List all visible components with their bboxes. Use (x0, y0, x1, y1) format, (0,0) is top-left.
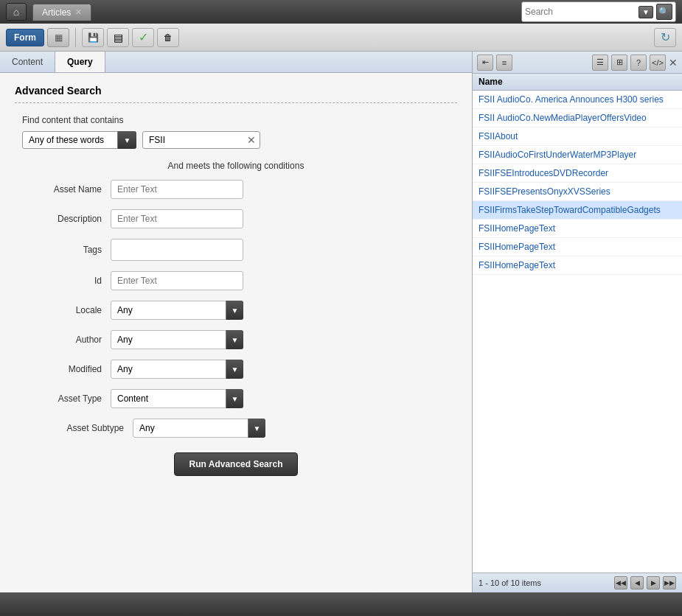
author-label: Author (15, 335, 111, 345)
locale-label: Locale (15, 305, 111, 315)
advanced-search-title: Advanced Search (15, 85, 457, 97)
left-panel: Content Query Advanced Search Find conte… (0, 52, 472, 592)
id-row: Id (15, 271, 457, 290)
tab-query[interactable]: Query (55, 52, 105, 72)
asset-subtype-select-wrap: Any ▼ (133, 419, 265, 438)
articles-tab[interactable]: Articles ✕ (32, 4, 91, 21)
description-row: Description (15, 209, 457, 228)
results-close-button[interactable]: ✕ (669, 57, 678, 69)
tab-content[interactable]: Content (0, 52, 55, 72)
tab-close-icon[interactable]: ✕ (75, 7, 82, 17)
run-button-row: Run Advanced Search (15, 452, 457, 476)
tags-row: Tags (15, 239, 457, 261)
asset-subtype-row: Asset Subtype Any ▼ (15, 419, 457, 438)
result-item[interactable]: FSII AudioCo. America Announces H300 ser… (473, 91, 682, 109)
form-button[interactable]: Form (6, 29, 44, 46)
refresh-icon: ↻ (661, 30, 670, 44)
search-criteria-row: Any of these wordsAll of these wordsNone… (22, 131, 457, 149)
tab-label: Articles (42, 7, 71, 18)
tags-label: Tags (15, 245, 111, 255)
search-bar: ▼ 🔍 (521, 1, 676, 22)
results-list: FSII AudioCo. America Announces H300 ser… (473, 91, 682, 573)
word-type-select-wrap: Any of these wordsAll of these wordsNone… (22, 131, 136, 149)
browse-icon: ▤ (114, 32, 123, 43)
browse-button[interactable]: ▤ (107, 28, 129, 47)
author-row: Author Any ▼ (15, 330, 457, 349)
modified-select[interactable]: Any (111, 360, 243, 379)
asset-type-row: Asset Type Content ▼ (15, 389, 457, 408)
modified-select-wrap: Any ▼ (111, 360, 243, 379)
list-view-icon[interactable]: ☰ (592, 55, 608, 71)
result-item[interactable]: FSIIHomePageText (473, 238, 682, 256)
result-item[interactable]: FSIIHomePageText (473, 256, 682, 275)
nav-prev-button[interactable]: ◀ (630, 576, 644, 589)
result-item[interactable]: FSIIAbout (473, 127, 682, 146)
description-input[interactable] (111, 209, 243, 228)
asset-subtype-select[interactable]: Any (133, 419, 265, 438)
result-item[interactable]: FSII AudioCo.NewMediaPlayerOffersVideo (473, 109, 682, 127)
help-icon[interactable]: ? (630, 55, 647, 71)
check-button[interactable]: ✓ (132, 28, 154, 47)
asset-name-row: Asset Name (15, 180, 457, 199)
toggle-icon: ▦ (55, 32, 63, 43)
grid-view-icon[interactable]: ⊞ (611, 55, 627, 71)
home-button[interactable]: ⌂ (6, 3, 27, 21)
asset-subtype-label: Asset Subtype (15, 423, 133, 433)
result-item[interactable]: FSIIHomePageText (473, 220, 682, 238)
locale-row: Locale Any ▼ (15, 301, 457, 320)
search-input[interactable] (525, 7, 636, 17)
asset-type-select[interactable]: Content (111, 389, 243, 408)
search-go-button[interactable]: 🔍 (656, 4, 672, 20)
result-item[interactable]: FSIIFSEPresentsOnyxXVSSeries (473, 183, 682, 201)
columns-icon[interactable]: ≡ (496, 55, 512, 71)
clear-search-button[interactable]: ✕ (247, 134, 256, 146)
search-value-input[interactable] (142, 131, 260, 149)
id-input[interactable] (111, 271, 243, 290)
modified-label: Modified (15, 364, 111, 374)
result-item[interactable]: FSIIAudioCoFirstUnderWaterMP3Player (473, 146, 682, 164)
save-icon: 💾 (88, 32, 99, 43)
results-toolbar: ⇤ ≡ ☰ ⊞ ? </> ✕ (473, 52, 682, 74)
result-item[interactable]: FSIIFirmsTakeStepTowardCompatibleGadgets (473, 201, 682, 220)
nav-next-button[interactable]: ▶ (647, 576, 660, 589)
nav-first-button[interactable]: ◀◀ (614, 576, 627, 589)
search-dropdown-button[interactable]: ▼ (638, 6, 653, 18)
id-label: Id (15, 276, 111, 286)
save-button[interactable]: 💾 (82, 28, 104, 47)
delete-icon: 🗑 (164, 32, 173, 43)
asset-type-select-wrap: Content ▼ (111, 389, 243, 408)
modified-row: Modified Any ▼ (15, 360, 457, 379)
code-icon[interactable]: </> (650, 55, 666, 71)
run-advanced-search-button[interactable]: Run Advanced Search (174, 452, 299, 476)
conditions-label: And meets the following conditions (15, 161, 457, 171)
locale-select-wrap: Any ▼ (111, 301, 243, 320)
advanced-search-panel: Advanced Search Find content that contai… (0, 73, 472, 488)
delete-button[interactable]: 🗑 (157, 28, 179, 47)
result-item[interactable]: FSIIFSEIntroducesDVDRecorder (473, 164, 682, 183)
main-area: Content Query Advanced Search Find conte… (0, 52, 682, 592)
search-icon: 🔍 (658, 7, 669, 17)
check-icon: ✓ (139, 30, 148, 44)
asset-name-label: Asset Name (15, 184, 111, 195)
toolbar: Form ▦ 💾 ▤ ✓ 🗑 ↻ (0, 24, 682, 52)
toggle-left-icon[interactable]: ⇤ (477, 55, 493, 71)
tab-strip: Content Query (0, 52, 472, 73)
refresh-button[interactable]: ↻ (654, 28, 676, 47)
status-bar (0, 592, 682, 616)
divider (15, 102, 457, 103)
word-type-select[interactable]: Any of these wordsAll of these wordsNone… (22, 131, 136, 149)
results-panel: ⇤ ≡ ☰ ⊞ ? </> ✕ Name FSII AudioCo. Ameri… (472, 52, 682, 592)
tags-input[interactable] (111, 239, 243, 261)
home-icon: ⌂ (13, 6, 19, 18)
asset-name-input[interactable] (111, 180, 243, 199)
author-select[interactable]: Any (111, 330, 243, 349)
description-label: Description (15, 214, 111, 224)
results-footer: 1 - 10 of 10 items ◀◀ ◀ ▶ ▶▶ (473, 573, 682, 592)
toggle-view-button[interactable]: ▦ (47, 28, 69, 47)
locale-select[interactable]: Any (111, 301, 243, 320)
toolbar-separator (75, 28, 76, 47)
nav-last-button[interactable]: ▶▶ (663, 576, 676, 589)
find-content-label: Find content that contains (22, 115, 457, 125)
results-count: 1 - 10 of 10 items (479, 578, 541, 587)
author-select-wrap: Any ▼ (111, 330, 243, 349)
